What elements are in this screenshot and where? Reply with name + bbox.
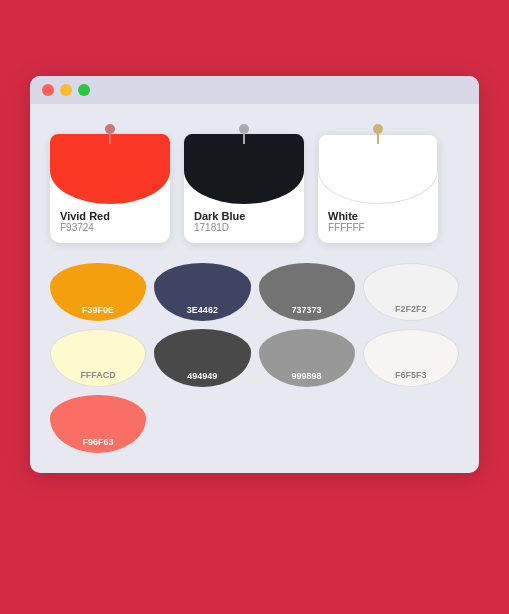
svg-rect-3 xyxy=(243,134,245,144)
color-name: Dark Blue xyxy=(184,210,304,222)
list-item: 999898 xyxy=(259,329,355,387)
svg-point-2 xyxy=(239,124,249,134)
window: Vivid RedF93724 Dark Blue17181D WhiteFFF… xyxy=(30,76,479,473)
svg-point-0 xyxy=(105,124,115,134)
maximize-button[interactable] xyxy=(78,84,90,96)
titlebar xyxy=(30,76,479,104)
pin-icon xyxy=(101,124,119,151)
svg-rect-1 xyxy=(109,134,111,144)
support-swatch: 494949 xyxy=(154,329,250,387)
support-hex: 999898 xyxy=(292,371,322,381)
support-hex: F6F5F3 xyxy=(395,370,427,380)
support-hex: 737373 xyxy=(292,305,322,315)
color-hex: FFFFFF xyxy=(318,222,438,233)
pin-icon xyxy=(235,124,253,151)
minimize-button[interactable] xyxy=(60,84,72,96)
support-swatch: F2F2F2 xyxy=(363,263,459,321)
support-hex: F96F63 xyxy=(83,437,114,447)
support-color-grid: F39F0E3E4462737373F2F2F2FFFACD4949499998… xyxy=(50,263,459,453)
svg-point-4 xyxy=(373,124,383,134)
main-colors-row: Vivid RedF93724 Dark Blue17181D WhiteFFF… xyxy=(50,134,459,243)
list-item: FFFACD xyxy=(50,329,146,387)
window-content: Vivid RedF93724 Dark Blue17181D WhiteFFF… xyxy=(30,104,479,473)
list-item: 494949 xyxy=(154,329,250,387)
supportive-colors-section: F39F0E3E4462737373F2F2F2FFFACD4949499998… xyxy=(50,263,459,453)
support-hex: 3E4462 xyxy=(187,305,218,315)
list-item: F6F5F3 xyxy=(363,329,459,387)
support-swatch: 999898 xyxy=(259,329,355,387)
main-color-card: WhiteFFFFFF xyxy=(318,134,438,243)
list-item: 737373 xyxy=(259,263,355,321)
color-name: Vivid Red xyxy=(50,210,170,222)
close-button[interactable] xyxy=(42,84,54,96)
support-hex: FFFACD xyxy=(80,370,116,380)
list-item: 3E4462 xyxy=(154,263,250,321)
color-name: White xyxy=(318,210,438,222)
support-swatch: 737373 xyxy=(259,263,355,321)
color-hex: 17181D xyxy=(184,222,304,233)
support-hex: F39F0E xyxy=(82,305,114,315)
support-swatch: F96F63 xyxy=(50,395,146,453)
list-item: F2F2F2 xyxy=(363,263,459,321)
support-swatch: 3E4462 xyxy=(154,263,250,321)
svg-rect-5 xyxy=(377,134,379,144)
support-hex: F2F2F2 xyxy=(395,304,427,314)
list-item: F96F63 xyxy=(50,395,146,453)
main-color-card: Dark Blue17181D xyxy=(184,134,304,243)
support-swatch: F39F0E xyxy=(50,263,146,321)
list-item: F39F0E xyxy=(50,263,146,321)
support-swatch: F6F5F3 xyxy=(363,329,459,387)
pin-icon xyxy=(369,124,387,151)
support-swatch: FFFACD xyxy=(50,329,146,387)
color-hex: F93724 xyxy=(50,222,170,233)
main-color-card: Vivid RedF93724 xyxy=(50,134,170,243)
page-title xyxy=(0,0,509,76)
support-hex: 494949 xyxy=(187,371,217,381)
